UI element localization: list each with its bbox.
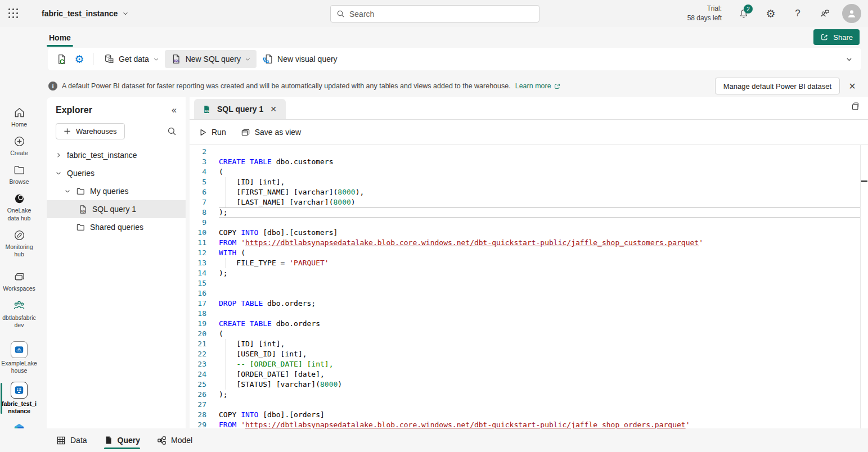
app-launcher-button[interactable] xyxy=(0,0,27,27)
sql-file-icon: SQL xyxy=(78,205,88,214)
line-number: 23 xyxy=(190,359,214,369)
copy-button[interactable] xyxy=(850,102,860,112)
line-number: 20 xyxy=(190,329,214,339)
new-sql-query-button[interactable]: SQL New SQL query xyxy=(165,50,257,68)
tree-node-shared-queries[interactable]: Shared queries xyxy=(47,218,186,236)
line-number: 26 xyxy=(190,390,214,400)
external-link-icon xyxy=(554,83,561,90)
rail-item-dbtlabsfabricdev[interactable]: dbtlabsfabricdev xyxy=(1,296,38,332)
code-line[interactable]: ); xyxy=(219,268,860,278)
sql-file-icon: SQL xyxy=(202,105,212,114)
line-number: 27 xyxy=(190,400,214,410)
rail-item-examplelakehouse[interactable]: ExampleLakehouse xyxy=(1,338,38,378)
banner-close-icon[interactable]: ✕ xyxy=(844,78,860,94)
code-line[interactable]: [ID] [int], xyxy=(219,339,860,349)
rail-item-monitoring-hub[interactable]: Monitoring hub xyxy=(1,225,38,261)
trial-status: Trial: 58 days left xyxy=(687,4,722,24)
code-line[interactable]: [FIRST_NAME] [varchar](8000), xyxy=(219,187,860,197)
code-line[interactable]: FROM 'https://dbtlabsynapsedatalake.blob… xyxy=(219,420,860,428)
code-line[interactable]: -- [ORDER_DATE] [int], xyxy=(219,359,860,369)
tree-node-sql-query-1[interactable]: SQL SQL query 1 xyxy=(47,200,186,218)
rail-item-browse[interactable]: Browse xyxy=(1,160,38,189)
ribbon-toolbar-row: ⚙ Get data SQL New SQL query xyxy=(0,48,868,75)
help-button[interactable]: ? xyxy=(788,4,807,23)
rail-item-workspaces[interactable]: Workspaces xyxy=(1,267,38,296)
new-sql-query-label: New SQL query xyxy=(186,55,241,64)
sql-code-editor[interactable]: 2345678910111213141516171819202122232425… xyxy=(190,145,868,428)
code-line[interactable]: [LAST_NAME] [varchar](8000) xyxy=(219,197,860,207)
rail-item-create[interactable]: Create xyxy=(1,132,38,160)
explorer-search-icon[interactable] xyxy=(167,126,177,136)
code-line[interactable]: ); xyxy=(219,207,860,218)
save-as-view-button[interactable]: Save as view xyxy=(241,128,301,137)
line-number: 17 xyxy=(190,299,214,309)
gear-icon: ⚙ xyxy=(766,8,775,19)
editor-gutter: 2345678910111213141516171819202122232425… xyxy=(190,145,214,428)
code-line[interactable]: [ID] [int], xyxy=(219,177,860,187)
view-tab-data[interactable]: Data xyxy=(56,428,87,452)
new-visual-query-button[interactable]: New visual query xyxy=(257,50,343,68)
code-line[interactable]: ( xyxy=(219,329,860,339)
run-label: Run xyxy=(212,128,226,137)
rail-item-home[interactable]: Home xyxy=(1,103,38,132)
collapse-panel-icon[interactable]: « xyxy=(172,105,177,115)
ribbon-collapse-button[interactable] xyxy=(842,52,856,66)
tab-home[interactable]: Home xyxy=(48,30,72,46)
warehouse-settings-button[interactable]: ⚙ xyxy=(70,50,88,68)
code-line[interactable]: ( xyxy=(219,167,860,177)
run-button[interactable]: Run xyxy=(199,128,226,137)
settings-button[interactable]: ⚙ xyxy=(761,4,780,23)
code-line[interactable] xyxy=(219,400,860,410)
dataset-info-banner: i A default Power BI dataset for faster … xyxy=(0,75,868,97)
code-line[interactable] xyxy=(219,147,860,157)
rail-item-fabric-test-instance[interactable]: fabric_test_instance xyxy=(1,378,38,418)
code-line[interactable] xyxy=(219,288,860,299)
code-line[interactable]: COPY INTO [dbo].[orders] xyxy=(219,410,860,420)
code-line[interactable]: COPY INTO [dbo].[customers] xyxy=(219,228,860,238)
code-line[interactable]: [ORDER_DATE] [date], xyxy=(219,369,860,379)
search-input[interactable] xyxy=(349,10,533,19)
tree-node-warehouse[interactable]: fabric_test_instance xyxy=(47,146,186,164)
code-line[interactable]: WITH ( xyxy=(219,248,860,258)
rail-item-data-warehouse[interactable]: Data Warehouse xyxy=(1,418,38,428)
code-line[interactable]: CREATE TABLE dbo.orders xyxy=(219,319,860,329)
get-data-button[interactable]: Get data xyxy=(98,50,165,68)
code-line[interactable] xyxy=(219,278,860,288)
cursor-position-marker xyxy=(861,180,867,182)
editor-code[interactable]: CREATE TABLE dbo.customers( [ID] [int], … xyxy=(214,145,860,428)
code-line[interactable] xyxy=(219,218,860,228)
line-number: 24 xyxy=(190,369,214,379)
code-line[interactable]: [USER_ID] [int], xyxy=(219,349,860,359)
account-avatar[interactable] xyxy=(842,4,861,23)
share-button[interactable]: Share xyxy=(813,29,860,45)
workspace-switcher[interactable]: fabric_test_instance xyxy=(42,9,129,18)
refresh-button[interactable] xyxy=(52,50,70,68)
tree-node-my-queries[interactable]: My queries xyxy=(47,182,186,200)
notifications-button[interactable]: 2 xyxy=(734,4,753,23)
manage-dataset-button[interactable]: Manage default Power BI dataset xyxy=(715,78,840,94)
tab-sql-query-1[interactable]: SQL SQL query 1 ✕ xyxy=(194,99,286,119)
code-line[interactable]: FROM 'https://dbtlabsynapsedatalake.blob… xyxy=(219,238,860,248)
code-line[interactable] xyxy=(219,309,860,319)
data-warehouse-icon xyxy=(12,422,26,428)
feedback-button[interactable] xyxy=(815,4,834,23)
code-line[interactable]: ); xyxy=(219,390,860,400)
code-line[interactable]: DROP TABLE dbo.orders; xyxy=(219,299,860,309)
code-line[interactable]: [STATUS] [varchar](8000) xyxy=(219,379,860,390)
view-tab-model[interactable]: Model xyxy=(157,428,192,452)
learn-more-link[interactable]: Learn more xyxy=(515,82,561,90)
close-tab-icon[interactable]: ✕ xyxy=(269,105,278,114)
add-warehouses-button[interactable]: Warehouses xyxy=(56,123,125,139)
tree-node-queries[interactable]: Queries xyxy=(47,164,186,182)
top-header: fabric_test_instance Trial: 58 days left… xyxy=(0,0,868,27)
workspace-people-icon xyxy=(12,299,26,313)
view-tab-query[interactable]: Query xyxy=(104,428,140,452)
editor-scrollbar[interactable] xyxy=(860,145,868,428)
code-line[interactable]: FILE_TYPE = 'PARQUET' xyxy=(219,258,860,268)
code-line[interactable]: CREATE TABLE dbo.customers xyxy=(219,157,860,167)
global-search[interactable] xyxy=(330,5,539,22)
monitoring-icon xyxy=(13,229,26,242)
rail-item-onelake-data-hub[interactable]: OneLake data hub xyxy=(1,189,38,225)
editor-panel: SQL SQL query 1 ✕ Run Save as xyxy=(190,97,868,428)
line-number: 28 xyxy=(190,410,214,420)
